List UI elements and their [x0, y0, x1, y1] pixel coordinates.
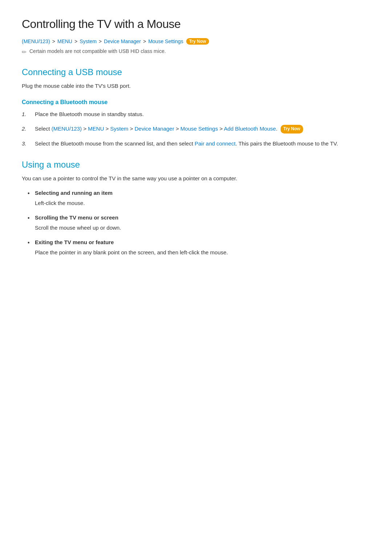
- breadcrumb-device-manager[interactable]: Device Manager: [104, 38, 141, 44]
- step2-sep5: >: [220, 126, 224, 132]
- bullet-desc-exiting: Place the pointer in any blank point on …: [35, 248, 370, 257]
- bullet-title-scrolling: Scrolling the TV menu or screen: [35, 213, 370, 222]
- bullet-item-exiting: Exiting the TV menu or feature Place the…: [28, 238, 370, 257]
- bullet-item-selecting: Selecting and running an item Left-click…: [28, 189, 370, 208]
- try-now-badge-step2[interactable]: Try Now: [281, 125, 303, 133]
- step-content-2: Select (MENU/123) > MENU > System > Devi…: [35, 124, 370, 134]
- step2-sep2: >: [106, 126, 110, 132]
- page-title: Controlling the TV with a Mouse: [22, 17, 370, 31]
- breadcrumb-sep4: >: [143, 38, 146, 44]
- bullet-desc-selecting: Left-click the mouse.: [35, 199, 370, 208]
- step-content-1: Place the Bluetooth mouse in standby sta…: [35, 110, 370, 119]
- try-now-badge-header[interactable]: Try Now: [186, 38, 209, 45]
- section-heading-bluetooth: Connecting a Bluetooth mouse: [22, 99, 370, 106]
- bluetooth-step-3: 3. Select the Bluetooth mouse from the s…: [22, 139, 370, 148]
- step2-link-device-manager[interactable]: Device Manager: [135, 126, 174, 132]
- step2-link-system[interactable]: System: [110, 126, 128, 132]
- using-mouse-bullet-list: Selecting and running an item Left-click…: [28, 189, 370, 257]
- bluetooth-step-1: 1. Place the Bluetooth mouse in standby …: [22, 110, 370, 119]
- breadcrumb-mouse-settings[interactable]: Mouse Settings: [148, 38, 183, 44]
- using-mouse-body-text: You can use a pointer to control the TV …: [22, 174, 370, 183]
- breadcrumb-sep1: >: [52, 38, 55, 44]
- step2-link-add-bluetooth[interactable]: Add Bluetooth Mouse: [224, 126, 276, 132]
- bluetooth-steps-list: 1. Place the Bluetooth mouse in standby …: [22, 110, 370, 148]
- step-number-3: 3.: [22, 139, 29, 148]
- step-content-3: Select the Bluetooth mouse from the scan…: [35, 139, 370, 148]
- step2-sep4: >: [176, 126, 180, 132]
- step-number-2: 2.: [22, 124, 29, 133]
- breadcrumb-menu123[interactable]: (MENU/123): [22, 38, 50, 44]
- breadcrumb-sep3: >: [99, 38, 102, 44]
- usb-body-text: Plug the mouse cable into the TV's USB p…: [22, 82, 370, 90]
- note-row: ✏ Certain models are not compatible with…: [22, 48, 370, 56]
- step2-link-mouse-settings[interactable]: Mouse Settings: [180, 126, 218, 132]
- step2-link-menu123[interactable]: (MENU/123): [52, 126, 82, 132]
- section-heading-usb: Connecting a USB mouse: [22, 67, 370, 77]
- note-text: Certain models are not compatible with U…: [29, 48, 166, 54]
- bullet-title-exiting: Exiting the TV menu or feature: [35, 238, 370, 247]
- pencil-icon: ✏: [22, 49, 26, 56]
- pair-and-connect-link[interactable]: Pair and connect: [195, 140, 236, 147]
- bluetooth-step-2: 2. Select (MENU/123) > MENU > System > D…: [22, 124, 370, 134]
- bullet-desc-scrolling: Scroll the mouse wheel up or down.: [35, 223, 370, 232]
- step2-link-menu[interactable]: MENU: [88, 126, 104, 132]
- breadcrumb-menu[interactable]: MENU: [57, 38, 72, 44]
- bullet-item-scrolling: Scrolling the TV menu or screen Scroll t…: [28, 213, 370, 232]
- bullet-title-selecting: Selecting and running an item: [35, 189, 370, 197]
- breadcrumb: (MENU/123) > MENU > System > Device Mana…: [22, 38, 370, 45]
- breadcrumb-sep2: >: [74, 38, 77, 44]
- breadcrumb-system[interactable]: System: [79, 38, 97, 44]
- step2-sep3: >: [130, 126, 135, 132]
- step-number-1: 1.: [22, 110, 29, 119]
- step2-sep1: >: [83, 126, 88, 132]
- section-heading-using-mouse: Using a mouse: [22, 160, 370, 170]
